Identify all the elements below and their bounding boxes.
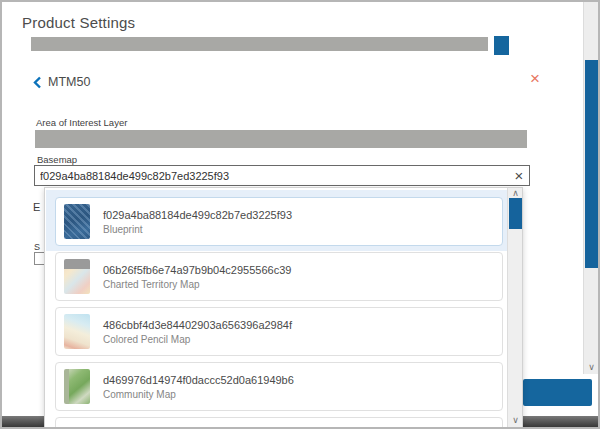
obscured-checkbox[interactable]: [34, 252, 44, 265]
scroll-down-arrow-icon[interactable]: ∨: [584, 363, 599, 372]
aoi-layer-label: Area of Interest Layer: [36, 117, 127, 128]
page-title: Product Settings: [22, 14, 135, 31]
back-button[interactable]: MTM50: [33, 73, 90, 91]
aoi-layer-field-redacted[interactable]: [35, 130, 527, 148]
basemap-label: Basemap: [37, 154, 77, 165]
basemap-option-id: d469976d14974f0daccc52d0a61949b6: [103, 374, 294, 386]
basemap-thumbnail: [64, 204, 90, 239]
blue-end-cap: [494, 36, 509, 55]
dropdown-scrollbar[interactable]: ∧ ∨: [507, 188, 522, 427]
back-label: MTM50: [48, 75, 90, 89]
obscured-label-fragment: S: [34, 242, 40, 252]
basemap-option-name: Colored Pencil Map: [103, 334, 292, 345]
basemap-option-name: Blueprint: [103, 224, 292, 235]
basemap-thumbnail: [64, 259, 90, 294]
basemap-option-text: f029a4ba88184de499c82b7ed3225f93 Bluepri…: [103, 209, 292, 235]
basemap-option[interactable]: 06b26f5fb6e74a97b9b04c2955566c39 Charted…: [55, 252, 503, 301]
close-icon[interactable]: ×: [530, 70, 540, 87]
product-settings-modal: Product Settings MTM50 × Area of Interes…: [0, 0, 600, 429]
basemap-option-text: 06b26f5fb6e74a97b9b04c2955566c39 Charted…: [103, 264, 291, 290]
basemap-thumbnail: [64, 314, 90, 349]
basemap-option-id: 486cbbf4d3e84402903a656396a2984f: [103, 319, 292, 331]
obscured-label-fragment: E: [33, 201, 40, 213]
clear-input-icon[interactable]: ×: [511, 167, 527, 183]
redacted-toolbar-bar: [31, 37, 488, 51]
obscured-controls: E S: [2, 187, 44, 427]
basemap-input[interactable]: [34, 165, 530, 186]
basemap-option[interactable]: d469976d14974f0daccc52d0a61949b6 Communi…: [55, 362, 503, 411]
basemap-option-name: Charted Territory Map: [103, 279, 291, 290]
basemap-option[interactable]: f029a4ba88184de499c82b7ed3225f93 Bluepri…: [55, 197, 503, 246]
primary-action-button[interactable]: [523, 379, 592, 406]
scrollbar-thumb[interactable]: [585, 60, 598, 268]
chevron-left-icon: [33, 76, 42, 89]
basemap-option-id: f029a4ba88184de499c82b7ed3225f93: [103, 209, 292, 221]
scroll-down-arrow-icon[interactable]: ∨: [508, 416, 523, 425]
basemap-option-text: 486cbbf4d3e84402903a656396a2984f Colored…: [103, 319, 292, 345]
basemap-option-text: d469976d14974f0daccc52d0a61949b6 Communi…: [103, 374, 294, 400]
modal-vertical-scrollbar[interactable]: ∨: [583, 2, 598, 374]
scroll-up-arrow-icon[interactable]: ∧: [508, 189, 523, 198]
basemap-option-id: 06b26f5fb6e74a97b9b04c2955566c39: [103, 264, 291, 276]
basemap-thumbnail: [64, 369, 90, 404]
basemap-dropdown: f029a4ba88184de499c82b7ed3225f93 Bluepri…: [44, 187, 523, 427]
basemap-option-name: Community Map: [103, 389, 294, 400]
basemap-option-partial[interactable]: [55, 417, 503, 427]
basemap-option[interactable]: 486cbbf4d3e84402903a656396a2984f Colored…: [55, 307, 503, 356]
basemap-option-list: f029a4ba88184de499c82b7ed3225f93 Bluepri…: [45, 188, 507, 427]
scrollbar-thumb[interactable]: [509, 198, 522, 229]
